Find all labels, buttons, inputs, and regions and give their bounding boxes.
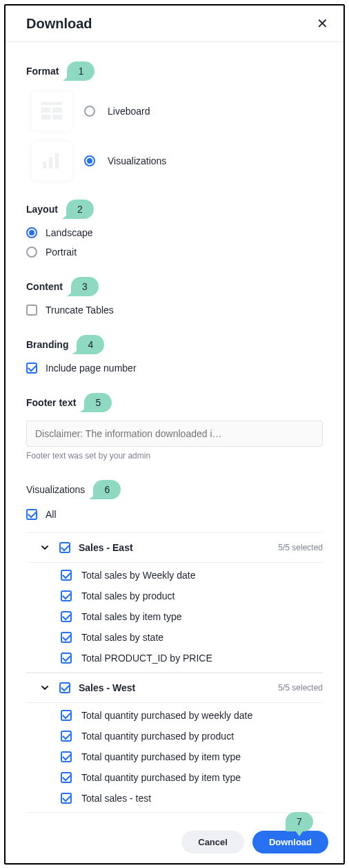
callout-3: 3 <box>71 277 99 296</box>
svg-rect-0 <box>41 102 62 105</box>
checkbox-group-east[interactable] <box>59 542 70 553</box>
checkbox-group-west[interactable] <box>59 682 70 693</box>
checkbox-item[interactable] <box>61 570 72 581</box>
radio-portrait-label: Portrait <box>46 247 77 258</box>
item-label: Total quantity purchased by item type <box>81 751 241 762</box>
item-label: Total quantity purchased by product <box>81 731 234 742</box>
list-item[interactable]: Total PRODUCT_ID by PRICE <box>61 653 323 664</box>
liveboard-icon <box>32 92 72 131</box>
checkbox-item[interactable] <box>61 751 72 762</box>
item-label: Total sales - test <box>81 793 151 804</box>
modal-footer: 7 Cancel Download <box>6 821 343 863</box>
list-item[interactable]: Total quantity purchased by weekly date <box>61 710 323 721</box>
group-count-west: 5/5 selected <box>278 683 323 693</box>
list-item[interactable]: Total quantity purchased by item type <box>61 772 323 783</box>
viz-group-sales-west[interactable]: Sales - West 5/5 selected <box>26 673 323 703</box>
checkbox-item[interactable] <box>61 710 72 721</box>
svg-rect-3 <box>41 115 50 119</box>
viz-group-sales-east[interactable]: Sales - East 5/5 selected <box>26 532 323 563</box>
footer-text-label: Footer text <box>26 397 76 408</box>
list-item[interactable]: Total quantity purchased by product <box>61 731 323 742</box>
radio-landscape-label: Landscape <box>46 227 93 238</box>
callout-5: 5 <box>84 393 112 412</box>
layout-label: Layout <box>26 204 58 215</box>
checkbox-item[interactable] <box>61 772 72 783</box>
list-item[interactable]: Total sales - test <box>61 793 323 804</box>
item-label: Total sales by Weekly date <box>81 570 196 581</box>
visualizations-label: Visualizations <box>26 484 85 495</box>
svg-rect-2 <box>52 108 62 113</box>
list-item[interactable]: Total sales by item type <box>61 611 323 622</box>
list-item[interactable]: Total sales by state <box>61 632 323 643</box>
checkbox-item[interactable] <box>61 590 72 601</box>
visualization-icon <box>32 142 72 180</box>
callout-4: 4 <box>77 335 104 354</box>
cancel-button[interactable]: Cancel <box>181 831 244 853</box>
footer-text-hint: Footer text was set by your admin <box>26 451 323 461</box>
download-modal: Download ✕ Format 1 Liveboard Visualizat… <box>4 4 345 865</box>
content-label: Content <box>26 281 63 292</box>
group-name-west: Sales - West <box>79 682 135 693</box>
list-item[interactable]: Total sales by product <box>61 590 323 601</box>
list-item[interactable]: Total sales by Weekly date <box>61 570 323 581</box>
footer-text-input[interactable] <box>26 421 323 447</box>
chevron-down-icon[interactable] <box>39 682 51 694</box>
checkbox-item[interactable] <box>61 731 72 742</box>
item-label: Total quantity purchased by item type <box>81 772 241 783</box>
svg-rect-5 <box>43 162 46 168</box>
callout-2: 2 <box>66 200 94 219</box>
radio-visualizations[interactable] <box>84 155 95 166</box>
download-button[interactable]: Download <box>252 831 328 853</box>
item-label: Total sales by state <box>81 632 163 643</box>
checkbox-include-page-number[interactable] <box>26 363 37 374</box>
radio-portrait[interactable] <box>26 247 37 258</box>
svg-rect-1 <box>41 108 50 113</box>
group-name-east: Sales - East <box>79 542 133 553</box>
format-label: Format <box>26 66 59 77</box>
svg-rect-4 <box>52 115 62 119</box>
viz-tree: Sales - East 5/5 selected Total sales by… <box>26 532 323 813</box>
branding-label: Branding <box>26 339 68 350</box>
radio-visualizations-label: Visualizations <box>108 155 166 166</box>
svg-rect-7 <box>55 153 59 168</box>
svg-rect-6 <box>49 157 52 168</box>
checkbox-item[interactable] <box>61 611 72 622</box>
pagenum-label: Include page number <box>46 363 137 374</box>
callout-7: 7 <box>286 812 313 831</box>
radio-liveboard-label: Liveboard <box>108 106 150 117</box>
checkbox-item[interactable] <box>61 793 72 804</box>
checkbox-all[interactable] <box>26 509 37 520</box>
checkbox-item[interactable] <box>61 632 72 643</box>
modal-header: Download ✕ <box>6 6 343 42</box>
truncate-label: Truncate Tables <box>46 305 114 316</box>
item-label: Total sales by product <box>81 590 174 601</box>
item-label: Total quantity purchased by weekly date <box>81 710 252 721</box>
radio-landscape[interactable] <box>26 227 37 238</box>
chevron-down-icon[interactable] <box>39 541 51 554</box>
checkbox-truncate-tables[interactable] <box>26 305 37 316</box>
all-label: All <box>46 509 57 520</box>
callout-1: 1 <box>67 61 94 81</box>
item-label: Total PRODUCT_ID by PRICE <box>81 653 212 664</box>
radio-liveboard[interactable] <box>84 106 95 117</box>
list-item[interactable]: Total quantity purchased by item type <box>61 751 323 762</box>
item-label: Total sales by item type <box>81 611 182 622</box>
group-count-east: 5/5 selected <box>278 543 323 552</box>
checkbox-item[interactable] <box>61 653 72 664</box>
callout-6: 6 <box>93 480 121 499</box>
modal-title: Download <box>26 16 92 32</box>
close-icon[interactable]: ✕ <box>317 15 328 32</box>
